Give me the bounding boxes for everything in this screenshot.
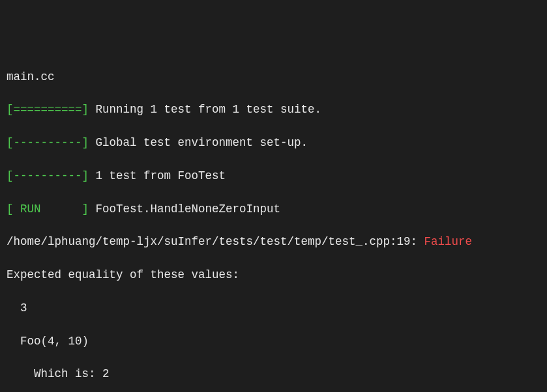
filename-line: main.cc	[7, 69, 540, 85]
path-text: /home/lphuang/temp-ljx/suInfer/tests/tes…	[7, 235, 424, 248]
bracket-dashes: [----------]	[7, 136, 89, 149]
actual-value-1: Which is: 2	[7, 366, 540, 382]
running-text: Running 1 test from 1 test suite.	[89, 103, 321, 116]
bracket-close: ]	[41, 203, 89, 216]
failure-path-1: /home/lphuang/temp-ljx/suInfer/tests/tes…	[7, 234, 540, 250]
actual-expr-1: Foo(4, 10)	[7, 333, 540, 350]
suite-text: 1 test from FooTest	[89, 169, 226, 182]
run-label: RUN	[20, 203, 41, 216]
failure-label: Failure	[424, 235, 473, 248]
run-text: FooTest.HandleNoneZeroInput	[89, 203, 280, 216]
test-line-suite: [----------] 1 test from FooTest	[7, 168, 540, 184]
expected-value-1: 3	[7, 300, 540, 316]
bracket-open: [	[7, 203, 20, 216]
bracket-equals: [==========]	[7, 103, 89, 116]
bracket-dashes: [----------]	[7, 169, 89, 182]
expected-label-1: Expected equality of these values:	[7, 267, 540, 283]
test-line-running: [==========] Running 1 test from 1 test …	[7, 102, 540, 118]
test-line-setup: [----------] Global test environment set…	[7, 135, 540, 151]
setup-text: Global test environment set-up.	[89, 136, 308, 149]
test-line-run: [ RUN ] FooTest.HandleNoneZeroInput	[7, 201, 540, 217]
